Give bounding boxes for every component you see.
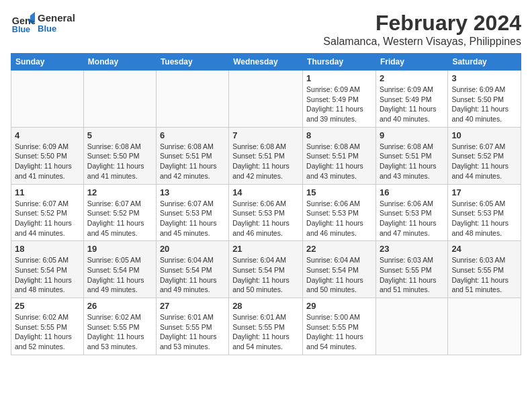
calendar-cell: 1Sunrise: 6:09 AM Sunset: 5:49 PM Daylig…: [303, 71, 376, 128]
day-info: Sunrise: 6:01 AM Sunset: 5:55 PM Dayligh…: [232, 312, 299, 352]
day-number: 1: [306, 73, 372, 83]
calendar-cell: [229, 71, 303, 128]
page-header: General Blue General Blue February 2024 …: [11, 11, 521, 48]
day-number: 25: [15, 301, 80, 311]
day-info: Sunrise: 6:03 AM Sunset: 5:55 PM Dayligh…: [380, 255, 444, 295]
day-info: Sunrise: 6:09 AM Sunset: 5:49 PM Dayligh…: [380, 85, 444, 124]
calendar-cell: 19Sunrise: 6:05 AM Sunset: 5:54 PM Dayli…: [83, 241, 156, 298]
day-info: Sunrise: 6:04 AM Sunset: 5:54 PM Dayligh…: [306, 255, 372, 295]
day-number: 29: [306, 301, 372, 311]
day-number: 4: [15, 130, 80, 140]
logo-general: General: [38, 12, 75, 24]
logo: General Blue General Blue: [11, 11, 75, 35]
week-row-3: 11Sunrise: 6:07 AM Sunset: 5:52 PM Dayli…: [11, 184, 521, 241]
calendar-cell: 18Sunrise: 6:05 AM Sunset: 5:54 PM Dayli…: [11, 241, 84, 298]
day-info: Sunrise: 6:06 AM Sunset: 5:53 PM Dayligh…: [380, 199, 444, 238]
day-info: Sunrise: 6:05 AM Sunset: 5:54 PM Dayligh…: [15, 255, 80, 295]
day-number: 13: [160, 187, 225, 197]
calendar-cell: 13Sunrise: 6:07 AM Sunset: 5:53 PM Dayli…: [156, 184, 228, 241]
day-number: 8: [306, 130, 372, 140]
calendar-cell: 28Sunrise: 6:01 AM Sunset: 5:55 PM Dayli…: [229, 298, 303, 355]
calendar-cell: 27Sunrise: 6:01 AM Sunset: 5:55 PM Dayli…: [156, 298, 228, 355]
day-number: 5: [87, 130, 152, 140]
day-info: Sunrise: 6:09 AM Sunset: 5:50 PM Dayligh…: [451, 85, 517, 124]
day-number: 21: [232, 244, 299, 254]
day-number: 7: [232, 130, 299, 140]
day-info: Sunrise: 6:08 AM Sunset: 5:51 PM Dayligh…: [160, 142, 225, 181]
day-number: 2: [380, 73, 444, 83]
calendar-cell: 22Sunrise: 6:04 AM Sunset: 5:54 PM Dayli…: [303, 241, 376, 298]
day-info: Sunrise: 6:02 AM Sunset: 5:55 PM Dayligh…: [87, 312, 152, 352]
calendar-cell: 14Sunrise: 6:06 AM Sunset: 5:53 PM Dayli…: [229, 184, 303, 241]
calendar-table: SundayMondayTuesdayWednesdayThursdayFrid…: [11, 53, 521, 355]
day-info: Sunrise: 6:07 AM Sunset: 5:52 PM Dayligh…: [87, 199, 152, 238]
day-number: 11: [15, 187, 80, 197]
day-info: Sunrise: 6:07 AM Sunset: 5:53 PM Dayligh…: [160, 199, 225, 238]
day-info: Sunrise: 6:08 AM Sunset: 5:51 PM Dayligh…: [306, 142, 372, 181]
calendar-cell: 3Sunrise: 6:09 AM Sunset: 5:50 PM Daylig…: [448, 71, 521, 128]
calendar-cell: [448, 298, 521, 355]
calendar-cell: 23Sunrise: 6:03 AM Sunset: 5:55 PM Dayli…: [375, 241, 447, 298]
calendar-cell: 7Sunrise: 6:08 AM Sunset: 5:51 PM Daylig…: [229, 127, 303, 184]
day-info: Sunrise: 6:08 AM Sunset: 5:51 PM Dayligh…: [380, 142, 444, 181]
column-header-monday: Monday: [83, 54, 156, 71]
day-number: 14: [232, 187, 299, 197]
calendar-cell: [83, 71, 156, 128]
calendar-cell: [11, 71, 84, 128]
day-info: Sunrise: 6:04 AM Sunset: 5:54 PM Dayligh…: [232, 255, 299, 295]
logo-icon: General Blue: [11, 11, 35, 35]
calendar-cell: 6Sunrise: 6:08 AM Sunset: 5:51 PM Daylig…: [156, 127, 228, 184]
calendar-cell: 11Sunrise: 6:07 AM Sunset: 5:52 PM Dayli…: [11, 184, 84, 241]
day-info: Sunrise: 6:06 AM Sunset: 5:53 PM Dayligh…: [232, 199, 299, 238]
day-info: Sunrise: 5:00 AM Sunset: 5:55 PM Dayligh…: [306, 312, 372, 352]
calendar-cell: 9Sunrise: 6:08 AM Sunset: 5:51 PM Daylig…: [375, 127, 447, 184]
day-number: 26: [87, 301, 152, 311]
day-number: 9: [380, 130, 444, 140]
calendar-cell: 17Sunrise: 6:05 AM Sunset: 5:53 PM Dayli…: [448, 184, 521, 241]
day-info: Sunrise: 6:05 AM Sunset: 5:54 PM Dayligh…: [87, 255, 152, 295]
column-header-sunday: Sunday: [11, 54, 84, 71]
calendar-cell: [156, 71, 228, 128]
day-number: 16: [380, 187, 444, 197]
day-number: 19: [87, 244, 152, 254]
calendar-header-row: SundayMondayTuesdayWednesdayThursdayFrid…: [11, 54, 521, 71]
day-number: 3: [451, 73, 517, 83]
calendar-cell: [375, 298, 447, 355]
calendar-cell: 10Sunrise: 6:07 AM Sunset: 5:52 PM Dayli…: [448, 127, 521, 184]
day-info: Sunrise: 6:03 AM Sunset: 5:55 PM Dayligh…: [451, 255, 517, 295]
day-info: Sunrise: 6:09 AM Sunset: 5:49 PM Dayligh…: [306, 85, 372, 124]
calendar-cell: 12Sunrise: 6:07 AM Sunset: 5:52 PM Dayli…: [83, 184, 156, 241]
calendar-cell: 16Sunrise: 6:06 AM Sunset: 5:53 PM Dayli…: [375, 184, 447, 241]
subtitle: Salamanca, Western Visayas, Philippines: [323, 36, 521, 48]
calendar-cell: 2Sunrise: 6:09 AM Sunset: 5:49 PM Daylig…: [375, 71, 447, 128]
column-header-friday: Friday: [375, 54, 447, 71]
svg-text:Blue: Blue: [12, 25, 30, 34]
calendar-cell: 21Sunrise: 6:04 AM Sunset: 5:54 PM Dayli…: [229, 241, 303, 298]
column-header-saturday: Saturday: [448, 54, 521, 71]
day-number: 15: [306, 187, 372, 197]
day-number: 27: [160, 301, 225, 311]
day-info: Sunrise: 6:02 AM Sunset: 5:55 PM Dayligh…: [15, 312, 80, 352]
week-row-4: 18Sunrise: 6:05 AM Sunset: 5:54 PM Dayli…: [11, 241, 521, 298]
main-title: February 2024: [323, 11, 521, 36]
title-area: February 2024 Salamanca, Western Visayas…: [323, 11, 521, 48]
calendar-cell: 29Sunrise: 5:00 AM Sunset: 5:55 PM Dayli…: [303, 298, 376, 355]
day-number: 10: [451, 130, 517, 140]
calendar-cell: 24Sunrise: 6:03 AM Sunset: 5:55 PM Dayli…: [448, 241, 521, 298]
calendar-cell: 5Sunrise: 6:08 AM Sunset: 5:50 PM Daylig…: [83, 127, 156, 184]
day-number: 24: [451, 244, 517, 254]
column-header-tuesday: Tuesday: [156, 54, 228, 71]
day-info: Sunrise: 6:05 AM Sunset: 5:53 PM Dayligh…: [451, 199, 517, 238]
day-info: Sunrise: 6:08 AM Sunset: 5:51 PM Dayligh…: [232, 142, 299, 181]
day-number: 18: [15, 244, 80, 254]
day-number: 20: [160, 244, 225, 254]
calendar-cell: 15Sunrise: 6:06 AM Sunset: 5:53 PM Dayli…: [303, 184, 376, 241]
day-info: Sunrise: 6:07 AM Sunset: 5:52 PM Dayligh…: [451, 142, 517, 181]
day-info: Sunrise: 6:04 AM Sunset: 5:54 PM Dayligh…: [160, 255, 225, 295]
calendar-cell: 4Sunrise: 6:09 AM Sunset: 5:50 PM Daylig…: [11, 127, 84, 184]
day-number: 23: [380, 244, 444, 254]
calendar-cell: 26Sunrise: 6:02 AM Sunset: 5:55 PM Dayli…: [83, 298, 156, 355]
week-row-1: 1Sunrise: 6:09 AM Sunset: 5:49 PM Daylig…: [11, 71, 521, 128]
day-number: 22: [306, 244, 372, 254]
day-info: Sunrise: 6:06 AM Sunset: 5:53 PM Dayligh…: [306, 199, 372, 238]
